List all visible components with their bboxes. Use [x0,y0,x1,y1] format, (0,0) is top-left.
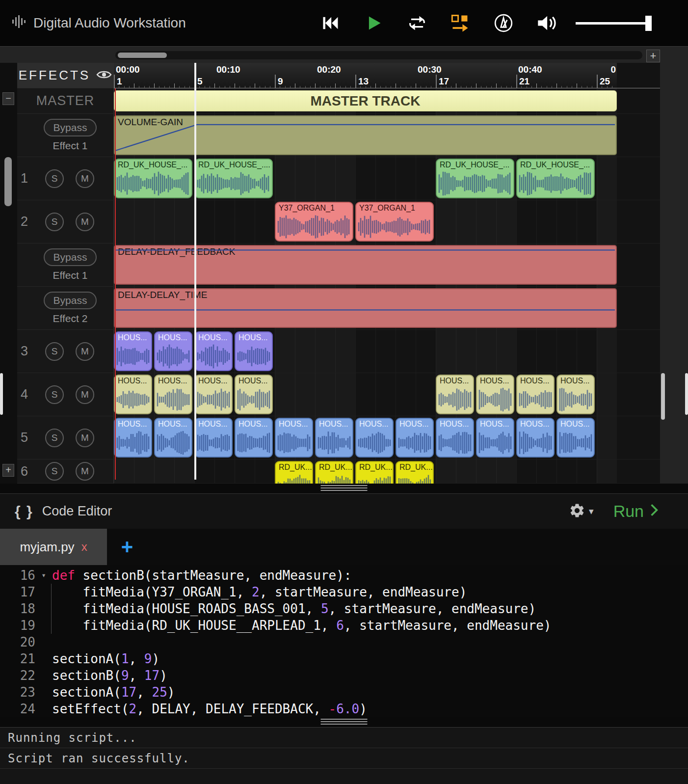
audio-clip[interactable]: Y37_ORGAN_1 [355,202,434,242]
horizontal-zoom-slider[interactable] [115,51,642,59]
audio-clip[interactable]: HOUS... [436,375,474,414]
follow-playback-button[interactable] [449,13,472,33]
audio-clip[interactable]: HOUS... [355,418,394,458]
audio-clip[interactable]: RD_UK... [396,461,434,484]
mute-button[interactable]: M [76,342,94,361]
play-button[interactable] [363,13,385,33]
solo-button[interactable]: S [45,169,64,188]
bypass-button[interactable]: Bypass [44,292,97,309]
audio-clip[interactable]: HOUS... [275,418,313,458]
code-area[interactable]: 16▾def sectionB(startMeasure, endMeasure… [0,565,688,717]
horizontal-zoom-in-button[interactable]: + [646,50,660,62]
vertical-zoom-in-button[interactable]: + [2,464,14,477]
bypass-button[interactable]: Bypass [44,119,97,136]
code-line[interactable]: 20 [0,634,688,650]
effect-envelope[interactable] [115,246,616,284]
editor-settings-button[interactable]: ▾ [569,502,594,521]
volume-slider[interactable] [576,22,649,25]
console-splitter[interactable] [0,717,688,727]
audio-clip[interactable]: HOUS... [516,375,555,414]
vertical-scrollbar-thumb[interactable] [661,373,665,420]
audio-clip[interactable]: HOUS... [396,418,434,458]
daw-row: 6SMRD_UK...RD_UK...RD_UK...RD_UK... [0,460,660,484]
right-edge-scrollbar-thumb[interactable] [685,373,688,415]
solo-button[interactable]: S [45,462,64,481]
vertical-zoom-thumb[interactable] [4,157,12,206]
panel-splitter[interactable] [0,484,688,493]
code-line[interactable]: 22sectionB(9, 17) [0,667,688,684]
solo-button[interactable]: S [45,213,64,231]
audio-clip[interactable]: HOUS... [154,418,192,458]
solo-button[interactable]: S [45,429,64,447]
new-tab-button[interactable]: + [107,529,147,565]
skip-to-start-button[interactable] [319,13,342,33]
audio-clip[interactable]: HOUS... [194,375,233,414]
splitter-grip-icon[interactable] [321,485,368,491]
solo-button[interactable]: S [45,342,64,361]
fold-toggle-icon[interactable]: ▾ [35,567,52,584]
audio-clip[interactable]: HOUS... [194,418,233,458]
splitter-grip-icon[interactable] [321,719,368,725]
audio-clip[interactable]: HOUS... [476,375,514,414]
effect-band[interactable]: DELAY-DELAY_FEEDBACK [114,245,617,285]
code-line[interactable]: 17 fitMedia(Y37_ORGAN_1, 2, startMeasure… [0,584,688,600]
master-track-bar[interactable]: MASTER TRACK [114,90,617,111]
vertical-zoom-out-button[interactable]: − [2,92,14,105]
effect-envelope[interactable] [115,289,616,327]
mute-button[interactable]: M [76,213,94,231]
audio-clip[interactable]: HOUS... [114,331,152,371]
audio-clip[interactable]: HOUS... [114,375,152,414]
code-line[interactable]: 16▾def sectionB(startMeasure, endMeasure… [0,567,688,584]
loop-button[interactable] [406,13,428,33]
effect-envelope[interactable] [115,116,616,154]
volume-slider-thumb[interactable] [645,16,652,31]
audio-clip[interactable]: RD_UK_HOUSE_... [114,159,192,198]
solo-button[interactable]: S [45,385,64,404]
audio-clip[interactable]: HOUS... [154,331,192,371]
mute-button[interactable]: M [76,462,94,481]
code-line[interactable]: 18 fitMedia(HOUSE_ROADS_BASS_001, 5, sta… [0,600,688,617]
time-label: 00:30 [418,64,442,75]
code-line[interactable]: 23sectionA(17, 25) [0,684,688,701]
metronome-button[interactable] [492,13,515,33]
code-line[interactable]: 19 fitMedia(RD_UK_HOUSE__ARPLEAD_1, 6, s… [0,617,688,634]
audio-clip[interactable]: HOUS... [194,331,233,371]
audio-clip[interactable]: HOUS... [436,418,474,458]
audio-clip[interactable]: Y37_ORGAN_1 [275,202,353,242]
clip-label: HOUS... [155,376,191,386]
audio-clip[interactable]: HOUS... [315,418,353,458]
audio-clip[interactable]: HOUS... [556,418,595,458]
audio-clip[interactable]: RD_UK... [275,461,313,484]
code-line[interactable]: 21sectionA(1, 9) [0,650,688,667]
bypass-button[interactable]: Bypass [44,248,97,266]
volume-icon[interactable] [535,13,558,33]
audio-clip[interactable]: HOUS... [556,375,595,414]
effect-band[interactable]: DELAY-DELAY_TIME [114,288,617,328]
audio-clip[interactable]: RD_UK_HOUSE_... [516,159,595,198]
left-edge-scrollbar-thumb[interactable] [0,373,3,415]
tab-close-button[interactable]: x [81,540,87,554]
audio-clip[interactable]: HOUS... [235,375,273,414]
audio-clip[interactable]: RD_UK... [315,461,353,484]
code-line[interactable]: 24setEffect(2, DELAY, DELAY_FEEDBACK, -6… [0,701,688,717]
audio-clip[interactable]: RD_UK... [355,461,394,484]
audio-clip[interactable]: HOUS... [114,418,152,458]
effect-band[interactable]: VOLUME-GAIN [114,115,617,155]
horizontal-zoom-thumb[interactable] [118,53,167,58]
eye-icon[interactable] [96,68,112,83]
ruler-beat-tick [567,86,567,88]
run-button[interactable]: Run [613,502,659,521]
audio-clip[interactable]: RD_UK_HOUSE_... [436,159,514,198]
playhead[interactable] [194,63,196,480]
mute-button[interactable]: M [76,385,94,404]
audio-clip[interactable]: HOUS... [235,331,273,371]
audio-clip[interactable]: HOUS... [235,418,273,458]
audio-clip[interactable]: HOUS... [476,418,514,458]
effects-header[interactable]: EFFECTS [17,63,113,88]
tab-myjam-py[interactable]: myjam.py x [0,529,107,565]
mute-button[interactable]: M [76,169,94,188]
audio-clip[interactable]: HOUS... [516,418,555,458]
audio-clip[interactable]: HOUS... [154,375,192,414]
audio-clip[interactable]: RD_UK_HOUSE_.... [194,159,273,198]
mute-button[interactable]: M [76,429,94,447]
